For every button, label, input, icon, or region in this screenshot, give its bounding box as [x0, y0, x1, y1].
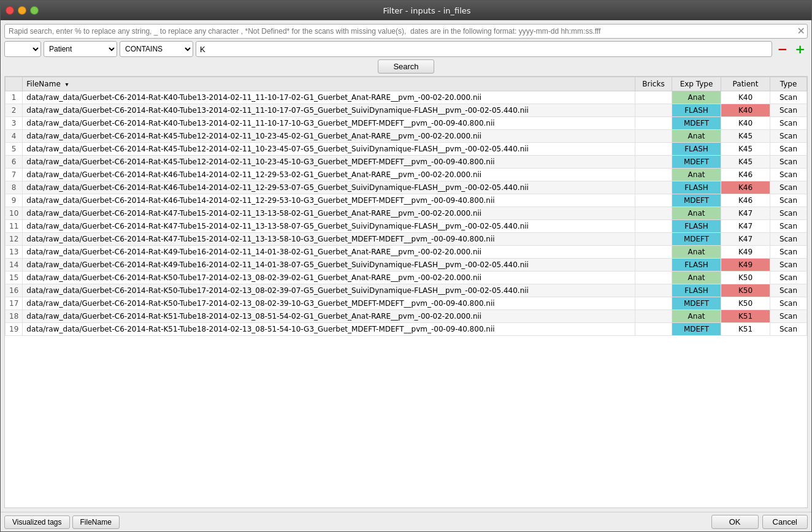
table-row[interactable]: 10data/raw_data/Guerbet-C6-2014-Rat-K47-…: [6, 207, 807, 220]
close-button[interactable]: [6, 6, 14, 15]
row-type: Scan: [770, 104, 807, 117]
row-num: 8: [6, 181, 23, 194]
table-row[interactable]: 12data/raw_data/Guerbet-C6-2014-Rat-K47-…: [6, 233, 807, 246]
col-header-exptype[interactable]: Exp Type: [672, 77, 721, 91]
row-type: Scan: [770, 91, 807, 104]
row-type: Scan: [770, 143, 807, 156]
row-patient: K51: [721, 310, 770, 323]
row-filename: data/raw_data/Guerbet-C6-2014-Rat-K45-Tu…: [23, 143, 635, 156]
row-bricks: [635, 130, 672, 143]
row-patient: K51: [721, 323, 770, 336]
remove-filter-button[interactable]: −: [775, 43, 790, 55]
row-filename: data/raw_data/Guerbet-C6-2014-Rat-K49-Tu…: [23, 259, 635, 272]
row-patient: K45: [721, 143, 770, 156]
row-patient: K50: [721, 297, 770, 310]
table-row[interactable]: 2data/raw_data/Guerbet-C6-2014-Rat-K40-T…: [6, 104, 807, 117]
row-patient: K50: [721, 284, 770, 297]
search-button[interactable]: Search: [378, 59, 434, 74]
row-num: 7: [6, 169, 23, 181]
cancel-button[interactable]: Cancel: [762, 515, 808, 529]
row-patient: K47: [721, 207, 770, 220]
row-filename: data/raw_data/Guerbet-C6-2014-Rat-K45-Tu…: [23, 130, 635, 143]
row-patient: K46: [721, 181, 770, 194]
add-filter-button[interactable]: +: [792, 43, 808, 55]
row-exptype: Anat: [672, 169, 721, 181]
titlebar: Filter - inputs - in_files: [1, 1, 811, 20]
row-filename: data/raw_data/Guerbet-C6-2014-Rat-K40-Tu…: [23, 91, 635, 104]
row-filename: data/raw_data/Guerbet-C6-2014-Rat-K50-Tu…: [23, 284, 635, 297]
row-type: Scan: [770, 207, 807, 220]
row-num: 9: [6, 194, 23, 207]
row-exptype: MDEFT: [672, 156, 721, 169]
results-table-container[interactable]: FileName ▾ Bricks Exp Type Patient Type …: [4, 76, 808, 508]
row-type: Scan: [770, 272, 807, 284]
row-filename: data/raw_data/Guerbet-C6-2014-Rat-K46-Tu…: [23, 194, 635, 207]
row-exptype: MDEFT: [672, 233, 721, 246]
table-row[interactable]: 11data/raw_data/Guerbet-C6-2014-Rat-K47-…: [6, 220, 807, 233]
table-row[interactable]: 1data/raw_data/Guerbet-C6-2014-Rat-K40-T…: [6, 91, 807, 104]
table-row[interactable]: 5data/raw_data/Guerbet-C6-2014-Rat-K45-T…: [6, 143, 807, 156]
row-bricks: [635, 259, 672, 272]
row-type: Scan: [770, 284, 807, 297]
filename-button[interactable]: FileName: [72, 515, 120, 529]
search-clear-icon[interactable]: ✕: [797, 26, 805, 36]
row-num: 2: [6, 104, 23, 117]
table-row[interactable]: 3data/raw_data/Guerbet-C6-2014-Rat-K40-T…: [6, 117, 807, 130]
row-filename: data/raw_data/Guerbet-C6-2014-Rat-K47-Tu…: [23, 220, 635, 233]
row-num: 18: [6, 310, 23, 323]
table-row[interactable]: 18data/raw_data/Guerbet-C6-2014-Rat-K51-…: [6, 310, 807, 323]
row-filename: data/raw_data/Guerbet-C6-2014-Rat-K45-Tu…: [23, 156, 635, 169]
row-exptype: MDEFT: [672, 194, 721, 207]
row-patient: K40: [721, 91, 770, 104]
table-row[interactable]: 14data/raw_data/Guerbet-C6-2014-Rat-K49-…: [6, 259, 807, 272]
row-num: 11: [6, 220, 23, 233]
filter-row: Patient FileName Exp Type Type Bricks CO…: [4, 41, 808, 57]
row-type: Scan: [770, 246, 807, 259]
row-num: 19: [6, 323, 23, 336]
row-filename: data/raw_data/Guerbet-C6-2014-Rat-K40-Tu…: [23, 117, 635, 130]
row-exptype: MDEFT: [672, 297, 721, 310]
table-row[interactable]: 7data/raw_data/Guerbet-C6-2014-Rat-K46-T…: [6, 169, 807, 181]
table-row[interactable]: 13data/raw_data/Guerbet-C6-2014-Rat-K49-…: [6, 246, 807, 259]
filter-operator-select[interactable]: CONTAINS EQUALS STARTS WITH ENDS WITH NO…: [120, 41, 193, 57]
footer-left: Visualized tags FileName: [4, 515, 120, 529]
row-type: Scan: [770, 130, 807, 143]
rapid-search-wrapper: ✕: [4, 24, 808, 39]
table-row[interactable]: 8data/raw_data/Guerbet-C6-2014-Rat-K46-T…: [6, 181, 807, 194]
table-row[interactable]: 17data/raw_data/Guerbet-C6-2014-Rat-K50-…: [6, 297, 807, 310]
table-header-row: FileName ▾ Bricks Exp Type Patient Type: [6, 77, 807, 91]
table-row[interactable]: 19data/raw_data/Guerbet-C6-2014-Rat-K51-…: [6, 323, 807, 336]
table-row[interactable]: 15data/raw_data/Guerbet-C6-2014-Rat-K50-…: [6, 272, 807, 284]
table-row[interactable]: 16data/raw_data/Guerbet-C6-2014-Rat-K50-…: [6, 284, 807, 297]
filter-index-select[interactable]: [4, 41, 41, 57]
row-type: Scan: [770, 220, 807, 233]
table-row[interactable]: 6data/raw_data/Guerbet-C6-2014-Rat-K45-T…: [6, 156, 807, 169]
row-filename: data/raw_data/Guerbet-C6-2014-Rat-K47-Tu…: [23, 207, 635, 220]
table-row[interactable]: 9data/raw_data/Guerbet-C6-2014-Rat-K46-T…: [6, 194, 807, 207]
row-exptype: Anat: [672, 207, 721, 220]
table-row[interactable]: 4data/raw_data/Guerbet-C6-2014-Rat-K45-T…: [6, 130, 807, 143]
minimize-button[interactable]: [18, 6, 26, 15]
row-exptype: Anat: [672, 246, 721, 259]
row-filename: data/raw_data/Guerbet-C6-2014-Rat-K51-Tu…: [23, 323, 635, 336]
row-patient: K40: [721, 104, 770, 117]
row-exptype: Anat: [672, 130, 721, 143]
col-header-filename[interactable]: FileName ▾: [23, 77, 635, 91]
row-patient: K45: [721, 130, 770, 143]
footer: Visualized tags FileName OK Cancel: [1, 512, 811, 531]
col-header-type[interactable]: Type: [770, 77, 807, 91]
rapid-search-input[interactable]: [4, 24, 808, 39]
maximize-button[interactable]: [30, 6, 39, 15]
row-bricks: [635, 220, 672, 233]
search-button-row: Search: [4, 59, 808, 74]
row-bricks: [635, 284, 672, 297]
col-header-patient[interactable]: Patient: [721, 77, 770, 91]
col-header-bricks[interactable]: Bricks: [635, 77, 672, 91]
row-bricks: [635, 323, 672, 336]
filter-value-input[interactable]: [196, 41, 772, 57]
ok-button[interactable]: OK: [711, 515, 759, 529]
row-exptype: FLASH: [672, 220, 721, 233]
visualized-tags-button[interactable]: Visualized tags: [4, 515, 70, 529]
filter-field-select[interactable]: Patient FileName Exp Type Type Bricks: [44, 41, 117, 57]
row-exptype: MDEFT: [672, 117, 721, 130]
